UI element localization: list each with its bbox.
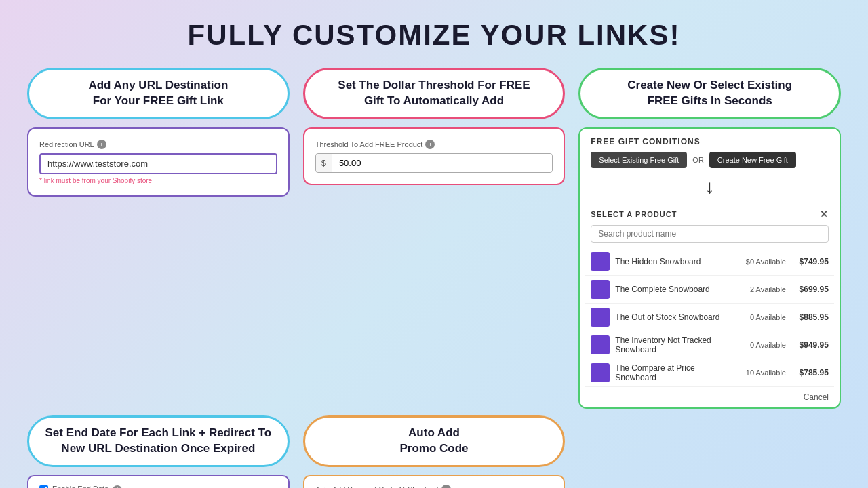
- table-row[interactable]: The Complete Snowboard 2 Available $699.…: [585, 276, 834, 304]
- product-availability: 0 Available: [732, 313, 786, 321]
- product-list: The Hidden Snowboard $0 Available $749.9…: [580, 248, 840, 387]
- cancel-button[interactable]: Cancel: [580, 387, 840, 407]
- or-label: OR: [692, 156, 704, 164]
- table-row[interactable]: The Inventory Not Tracked Snowboard 0 Av…: [585, 331, 834, 359]
- enable-end-date-checkbox[interactable]: [39, 485, 48, 488]
- select-product-title: SELECT A PRODUCT: [591, 210, 677, 218]
- end-date-badge: Set End Date For Each Link + Redirect To…: [27, 415, 290, 467]
- redirection-url-label: Redirection URL: [39, 140, 94, 148]
- product-name: The Compare at Price Snowboard: [615, 363, 726, 382]
- product-thumb: [591, 336, 610, 354]
- threshold-card: Threshold To Add FREE Product i $: [303, 127, 566, 185]
- product-availability: 0 Available: [732, 341, 786, 349]
- redirection-card: Redirection URL i * link must be from yo…: [27, 127, 290, 197]
- product-availability: 2 Available: [732, 285, 786, 293]
- product-price: $749.95: [791, 257, 829, 266]
- promo-info-icon[interactable]: i: [441, 485, 451, 488]
- create-new-gift-button[interactable]: Create New Free Gift: [709, 152, 796, 168]
- product-name: The Out of Stock Snowboard: [615, 312, 726, 322]
- end-date-info-icon[interactable]: i: [113, 485, 122, 488]
- table-row[interactable]: The Hidden Snowboard $0 Available $749.9…: [585, 248, 834, 276]
- create-gifts-badge: Create New Or Select ExistingFREE Gifts …: [578, 68, 841, 119]
- promo-code-card: Auto Add Discount Code At Checkout i *Le…: [303, 475, 566, 488]
- threshold-badge: Set The Dollar Threshold For FREEGift To…: [303, 68, 566, 119]
- redirection-url-info-icon[interactable]: i: [97, 140, 106, 149]
- product-price: $785.95: [791, 368, 829, 378]
- product-thumb: [591, 252, 610, 271]
- threshold-label: Threshold To Add FREE Product: [315, 140, 423, 148]
- product-name: The Complete Snowboard: [615, 285, 726, 294]
- product-availability: $0 Available: [732, 258, 786, 266]
- product-price: $949.95: [791, 340, 829, 350]
- product-availability: 10 Available: [732, 369, 786, 377]
- product-search-input[interactable]: [591, 225, 829, 243]
- url-destination-badge: Add Any URL DestinationFor Your FREE Gif…: [27, 68, 290, 119]
- close-icon[interactable]: ✕: [820, 209, 829, 220]
- redirection-url-input[interactable]: [39, 153, 277, 174]
- promo-code-badge: Auto AddPromo Code: [303, 415, 566, 467]
- product-thumb: [591, 363, 610, 382]
- product-name: The Inventory Not Tracked Snowboard: [615, 336, 726, 354]
- dollar-prefix-wrapper: $: [315, 153, 553, 173]
- table-row[interactable]: The Compare at Price Snowboard 10 Availa…: [585, 359, 834, 387]
- threshold-input[interactable]: [332, 154, 552, 172]
- table-row[interactable]: The Out of Stock Snowboard 0 Available $…: [585, 304, 834, 331]
- product-thumb: [591, 280, 610, 299]
- enable-end-date-label: Enable End Date: [52, 485, 108, 488]
- product-thumb: [591, 308, 610, 327]
- end-date-card: Enable End Date i End date & time Select…: [27, 475, 290, 488]
- page-title: FULLY CUSTOMIZE YOUR LINKS!: [0, 0, 868, 68]
- dollar-sign: $: [316, 154, 332, 172]
- redirection-url-hint: * link must be from your Shopify store: [39, 177, 277, 184]
- product-name: The Hidden Snowboard: [615, 257, 726, 266]
- arrow-down-icon: ↓: [580, 174, 840, 203]
- gift-conditions-card: FREE GIFT CONDITIONS Select Existing Fre…: [578, 127, 841, 409]
- threshold-info-icon[interactable]: i: [425, 140, 435, 149]
- gift-conditions-buttons: Select Existing Free Gift OR Create New …: [580, 152, 840, 174]
- gift-conditions-title: FREE GIFT CONDITIONS: [580, 129, 840, 152]
- promo-code-label: Auto Add Discount Code At Checkout: [315, 485, 439, 488]
- product-price: $885.95: [791, 312, 829, 322]
- select-existing-gift-button[interactable]: Select Existing Free Gift: [591, 152, 687, 168]
- product-price: $699.95: [791, 285, 829, 294]
- select-product-header: SELECT A PRODUCT ✕: [580, 203, 840, 225]
